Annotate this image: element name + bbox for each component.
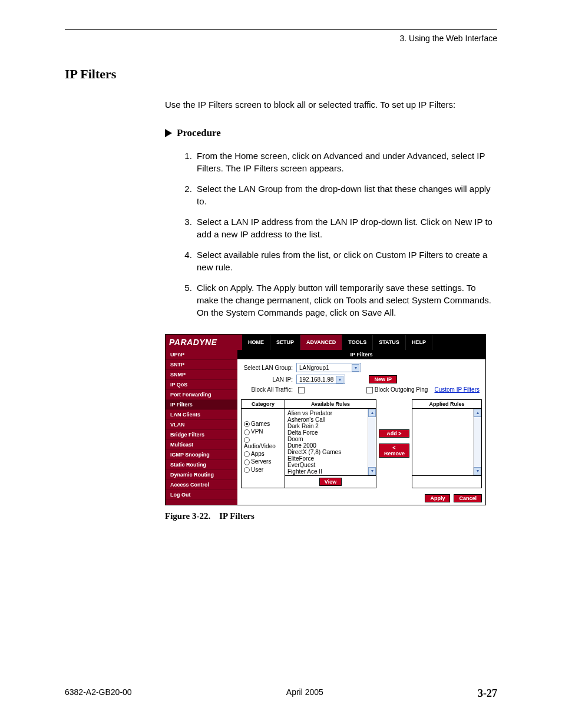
tab-advanced[interactable]: ADVANCED	[300, 335, 342, 350]
chevron-down-icon: ▾	[352, 364, 359, 372]
add-button[interactable]: Add >	[379, 429, 409, 438]
step-5: Click on Apply. The Apply button will te…	[194, 282, 497, 319]
sidebar-item-bridgefilters[interactable]: Bridge Filters	[166, 430, 237, 440]
lan-group-label: Select LAN Group:	[243, 365, 296, 371]
list-item[interactable]: Doom	[287, 436, 365, 442]
new-ip-button[interactable]: New IP	[369, 375, 397, 383]
list-item[interactable]: DirectX (7,8) Games	[287, 449, 365, 455]
scroll-up-icon[interactable]: ▴	[474, 409, 481, 417]
block-outgoing-label: Block Outgoing Ping	[375, 386, 428, 393]
procedure-label: Procedure	[177, 127, 221, 139]
footer-page-number: 3-27	[478, 687, 497, 700]
apply-button[interactable]: Apply	[425, 494, 450, 502]
cancel-button[interactable]: Cancel	[454, 494, 482, 502]
block-all-label: Block All Traffic:	[243, 386, 296, 393]
sidebar-item-multicast[interactable]: Multicast	[166, 440, 237, 450]
footer-date: April 2005	[286, 687, 323, 700]
applied-header: Applied Rules	[412, 400, 481, 409]
lan-group-select[interactable]: LANgroup1 ▾	[296, 363, 361, 372]
list-item[interactable]: Delta Force	[287, 429, 365, 436]
step-1: From the Home screen, click on Advanced …	[194, 150, 497, 174]
scrollbar[interactable]: ▴ ▾	[473, 409, 481, 475]
tab-help[interactable]: HELP	[406, 335, 432, 350]
sidebar-item-snmp[interactable]: SNMP	[166, 370, 237, 380]
footer-doc-number: 6382-A2-GB20-00	[65, 687, 132, 700]
tab-setup[interactable]: SETUP	[270, 335, 300, 350]
category-vpn[interactable]: VPN	[244, 428, 282, 435]
step-2: Select the LAN Group from the drop-down …	[194, 183, 497, 207]
lan-ip-select[interactable]: 192.168.1.98 ▾	[296, 375, 345, 384]
brand-logo: PARADYNE	[166, 335, 242, 350]
sidebar-item-dynamicrouting[interactable]: Dynamic Routing	[166, 470, 237, 480]
sidebar-item-vlan[interactable]: VLAN	[166, 420, 237, 430]
lan-group-value: LANgroup1	[299, 365, 349, 371]
radio-icon	[244, 459, 250, 465]
view-button[interactable]: View	[319, 478, 342, 486]
radio-icon	[244, 451, 250, 457]
block-all-checkbox[interactable]	[298, 387, 305, 393]
list-item[interactable]: EliteForce	[287, 455, 365, 462]
available-rules-list[interactable]: Alien vs Predator Asheron's Call Dark Re…	[285, 409, 368, 475]
category-audiovideo[interactable]: Audio/Video	[244, 436, 282, 449]
list-item[interactable]: Fighter Ace II	[287, 468, 365, 475]
sidebar: UPnP SNTP SNMP IP QoS Port Forwarding IP…	[166, 350, 237, 505]
sidebar-item-portforwarding[interactable]: Port Forwarding	[166, 390, 237, 400]
radio-icon	[244, 467, 250, 473]
list-item[interactable]: Dark Rein 2	[287, 423, 365, 429]
list-item[interactable]: EverQuest	[287, 462, 365, 468]
step-3: Select a LAN IP address from the LAN IP …	[194, 216, 497, 240]
sidebar-item-logout[interactable]: Log Out	[166, 490, 237, 500]
intro-text: Use the IP Filters screen to block all o…	[165, 100, 497, 110]
list-item[interactable]: Alien vs Predator	[287, 410, 365, 416]
remove-button[interactable]: < Remove	[379, 444, 409, 458]
custom-ip-filters-link[interactable]: Custom IP Filters	[435, 386, 480, 393]
available-header: Available Rules	[285, 400, 376, 409]
sidebar-item-lanclients[interactable]: LAN Clients	[166, 410, 237, 420]
triangle-icon	[165, 129, 172, 137]
tab-tools[interactable]: TOOLS	[342, 335, 373, 350]
applied-rules-list[interactable]	[412, 409, 473, 475]
procedure-steps: From the Home screen, click on Advanced …	[183, 150, 497, 319]
category-header: Category	[242, 400, 285, 409]
content-title: IP Filters	[237, 350, 485, 359]
category-user[interactable]: User	[244, 466, 282, 473]
radio-icon	[244, 437, 250, 443]
scroll-down-icon[interactable]: ▾	[368, 467, 376, 475]
sidebar-item-ipfilters[interactable]: IP Filters	[166, 400, 237, 410]
step-4: Select available rules from the list, or…	[194, 249, 497, 273]
chevron-down-icon: ▾	[336, 376, 343, 383]
radio-icon	[244, 429, 250, 435]
sidebar-item-ipqos[interactable]: IP QoS	[166, 380, 237, 390]
section-title: IP Filters	[65, 67, 497, 82]
radio-icon	[244, 421, 250, 427]
tab-home[interactable]: HOME	[242, 335, 270, 350]
sidebar-item-staticrouting[interactable]: Static Routing	[166, 460, 237, 470]
category-apps[interactable]: Apps	[244, 451, 282, 457]
sidebar-item-sntp[interactable]: SNTP	[166, 360, 237, 370]
scrollbar[interactable]: ▴ ▾	[368, 409, 376, 475]
nav-tabs: HOME SETUP ADVANCED TOOLS STATUS HELP	[242, 335, 485, 350]
tab-status[interactable]: STATUS	[373, 335, 406, 350]
sidebar-item-upnp[interactable]: UPnP	[166, 350, 237, 360]
page-header: 3. Using the Web Interface	[65, 34, 497, 43]
router-screenshot: PARADYNE HOME SETUP ADVANCED TOOLS STATU…	[165, 334, 486, 505]
figure-caption: Figure 3-22. IP Filters	[165, 511, 497, 521]
lan-ip-value: 192.168.1.98	[299, 376, 333, 383]
sidebar-item-accesscontrol[interactable]: Access Control	[166, 480, 237, 490]
scroll-down-icon[interactable]: ▾	[474, 467, 481, 475]
block-outgoing-checkbox[interactable]	[366, 387, 373, 393]
category-servers[interactable]: Servers	[244, 458, 282, 465]
lan-ip-label: LAN IP:	[243, 376, 296, 383]
list-item[interactable]: Asheron's Call	[287, 416, 365, 423]
sidebar-item-igmpsnooping[interactable]: IGMP Snooping	[166, 450, 237, 460]
category-games[interactable]: Games	[244, 421, 282, 427]
scroll-up-icon[interactable]: ▴	[368, 409, 376, 417]
list-item[interactable]: Dune 2000	[287, 442, 365, 449]
